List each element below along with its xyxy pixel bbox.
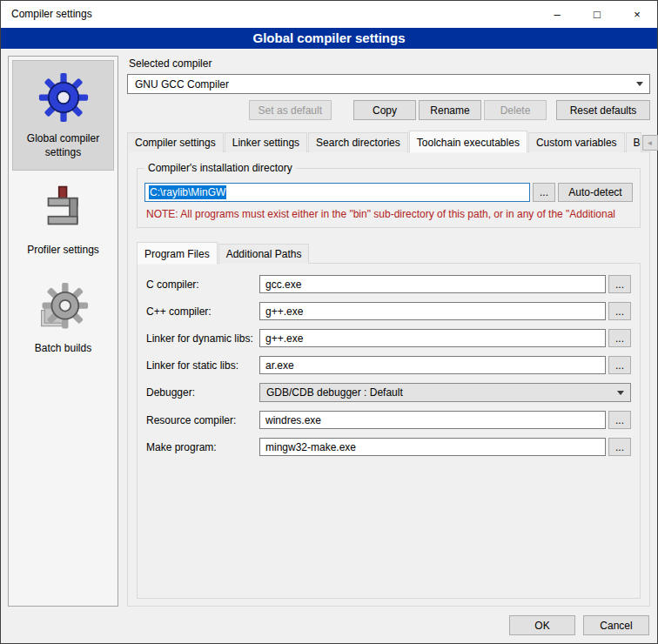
dynamic-linker-input[interactable]: g++.exe [259, 329, 606, 347]
browse-directory-button[interactable]: ... [533, 183, 555, 202]
resource-compiler-label: Resource compiler: [146, 414, 259, 426]
debugger-row: Debugger: GDB/CDB debugger : Default [146, 383, 631, 402]
sidebar-item-profiler-settings[interactable]: Profiler settings [12, 171, 114, 269]
browse-button[interactable]: ... [608, 302, 631, 320]
browse-button[interactable]: ... [608, 438, 631, 456]
main-panel: Selected compiler GNU GCC Compiler Set a… [127, 56, 650, 607]
c-compiler-label: C compiler: [146, 278, 259, 291]
debugger-select[interactable]: GDB/CDB debugger : Default [259, 383, 631, 402]
debugger-label: Debugger: [146, 386, 259, 399]
c-compiler-input[interactable]: gcc.exe [259, 275, 606, 293]
installation-directory-group: Compiler's installation directory C:\ray… [137, 168, 641, 228]
copy-button[interactable]: Copy [353, 100, 416, 120]
dialog-footer: OK Cancel [1, 614, 657, 643]
page-title: Global compiler settings [1, 28, 657, 49]
settings-tab-strip: Compiler settings Linker settings Search… [127, 131, 650, 152]
compiler-select[interactable]: GNU GCC Compiler [127, 74, 650, 94]
sidebar-item-batch-builds[interactable]: Batch builds [12, 270, 114, 367]
c-compiler-row: C compiler: gcc.exe ... [146, 275, 631, 293]
make-program-label: Make program: [146, 441, 259, 453]
static-linker-label: Linker for static libs: [146, 359, 259, 372]
installation-directory-input[interactable]: C:\raylib\MinGW [144, 183, 530, 202]
make-program-input[interactable]: mingw32-make.exe [259, 438, 606, 456]
reset-defaults-button[interactable]: Reset defaults [556, 100, 650, 120]
browse-button[interactable]: ... [608, 329, 631, 347]
blue-gear-icon [36, 70, 91, 125]
static-linker-input[interactable]: ar.exe [259, 356, 606, 374]
browse-button[interactable]: ... [608, 411, 631, 429]
tab-toolchain-executables[interactable]: Toolchain executables [409, 131, 527, 153]
installation-directory-row: C:\raylib\MinGW ... Auto-detect [144, 183, 633, 202]
cancel-button[interactable]: Cancel [583, 615, 649, 635]
window-controls: – □ × [537, 1, 657, 28]
static-linker-row: Linker for static libs: ar.exe ... [146, 356, 631, 374]
dynamic-linker-row: Linker for dynamic libs: g++.exe ... [146, 329, 631, 347]
resource-compiler-row: Resource compiler: windres.exe ... [146, 411, 631, 429]
cpp-compiler-row: C++ compiler: g++.exe ... [146, 302, 631, 320]
ok-button[interactable]: OK [509, 615, 575, 635]
compiler-settings-dialog: Compiler settings – □ × Global compiler … [0, 0, 658, 644]
tab-program-files[interactable]: Program Files [137, 242, 218, 265]
tab-linker-settings[interactable]: Linker settings [225, 132, 307, 152]
tab-scroll-buttons: ◄ ► [642, 135, 658, 151]
browse-button[interactable]: ... [608, 275, 631, 293]
tab-scroll-left-icon[interactable]: ◄ [642, 135, 658, 151]
set-as-default-button[interactable]: Set as default [249, 100, 332, 120]
debugger-select-value: GDB/CDB debugger : Default [266, 386, 617, 399]
make-program-row: Make program: mingw32-make.exe ... [146, 438, 631, 456]
compiler-actions: Set as default Copy Rename Delete Reset … [127, 100, 650, 120]
gray-gear-icon [36, 279, 91, 335]
tab-custom-variables[interactable]: Custom variables [528, 132, 625, 152]
selected-path-text: C:\raylib\MinGW [149, 185, 226, 199]
selected-compiler-label: Selected compiler [129, 57, 650, 70]
dialog-content: Global compiler settings Profiler settin… [1, 49, 657, 614]
window-title: Compiler settings [1, 1, 92, 28]
minimize-button[interactable]: – [537, 1, 577, 28]
delete-button[interactable]: Delete [484, 100, 547, 120]
compiler-select-value: GNU GCC Compiler [135, 78, 636, 91]
settings-sidebar: Global compiler settings Profiler settin… [8, 56, 118, 607]
clamp-icon [36, 181, 91, 237]
chevron-down-icon [617, 391, 624, 395]
maximize-button[interactable]: □ [577, 1, 617, 28]
program-files-pane: C compiler: gcc.exe ... C++ compiler: g+… [137, 263, 641, 599]
resource-compiler-input[interactable]: windres.exe [259, 411, 606, 429]
sidebar-item-label: Profiler settings [15, 244, 111, 258]
cpp-compiler-input[interactable]: g++.exe [259, 302, 606, 320]
toolchain-executables-pane: Compiler's installation directory C:\ray… [127, 151, 650, 607]
browse-button[interactable]: ... [608, 356, 631, 374]
chevron-down-icon [636, 82, 643, 86]
rename-button[interactable]: Rename [419, 100, 481, 120]
close-button[interactable]: × [617, 1, 657, 28]
tab-build[interactable]: Build [626, 132, 641, 152]
installation-directory-label: Compiler's installation directory [144, 162, 296, 174]
auto-detect-button[interactable]: Auto-detect [558, 183, 633, 202]
program-files-tab-strip: Program Files Additional Paths [137, 242, 641, 264]
bin-subdirectory-note: NOTE: All programs must exist either in … [146, 208, 631, 220]
tab-search-directories[interactable]: Search directories [308, 132, 408, 152]
title-bar[interactable]: Compiler settings – □ × [1, 1, 657, 28]
tab-compiler-settings[interactable]: Compiler settings [127, 132, 224, 152]
tab-additional-paths[interactable]: Additional Paths [218, 244, 310, 264]
sidebar-item-label: Global compiler settings [15, 132, 111, 159]
dynamic-linker-label: Linker for dynamic libs: [146, 332, 259, 345]
sidebar-item-label: Batch builds [15, 342, 111, 356]
sidebar-item-global-compiler-settings[interactable]: Global compiler settings [12, 60, 114, 171]
cpp-compiler-label: C++ compiler: [146, 305, 259, 318]
